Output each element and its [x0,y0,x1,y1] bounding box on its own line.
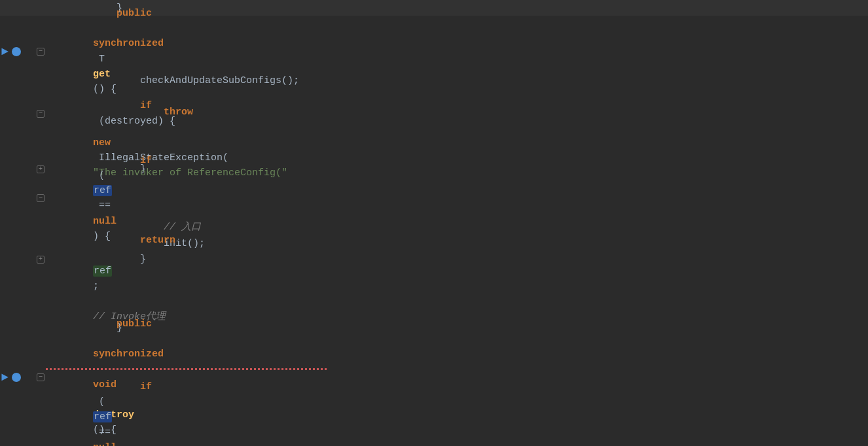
code-token: public [93,8,152,19]
fold-button-destroy[interactable]: − [37,373,45,381]
code-token: ( [93,396,105,407]
code-token [93,296,105,307]
code-token-ref-green: ref [93,266,112,277]
table-row: if ( ref == null ) { [0,403,868,446]
code-token: ( [93,170,105,181]
code-editor: } ► − public synchronized T get () { [0,0,868,446]
fold-button[interactable]: − [37,110,45,118]
code-token-ref: ref [93,185,112,196]
table-row: return ref ; // Invoke代理 [0,267,868,320]
code-token: synchronized [93,38,164,49]
fold-button[interactable]: − [37,194,45,202]
breakpoint-dot-2 [12,373,21,382]
code-token: ; [93,281,99,292]
code-token: if [93,381,152,392]
run-arrow-icon-2: ► [1,371,9,383]
breakpoint-dot [12,47,21,56]
code-token: null [93,442,117,446]
run-arrow-icon: ► [1,46,9,58]
code-token: if [93,155,152,166]
code-token [93,122,99,133]
code-token: == [93,427,117,438]
code-token: throw [93,107,193,118]
fold-button[interactable]: + [37,165,45,173]
fold-button[interactable]: + [37,256,45,264]
squiggly-underline [46,368,327,370]
code-token [93,250,99,262]
fold-button[interactable]: − [37,48,45,56]
code-token: // Invoke代理 [93,311,166,322]
line-content: return ref ; // Invoke代理 [46,218,868,370]
code-token-ref-2: ref [93,411,112,422]
code-token [93,23,99,34]
line-content: if ( ref == null ) { [46,364,868,446]
code-token: return [93,235,175,246]
